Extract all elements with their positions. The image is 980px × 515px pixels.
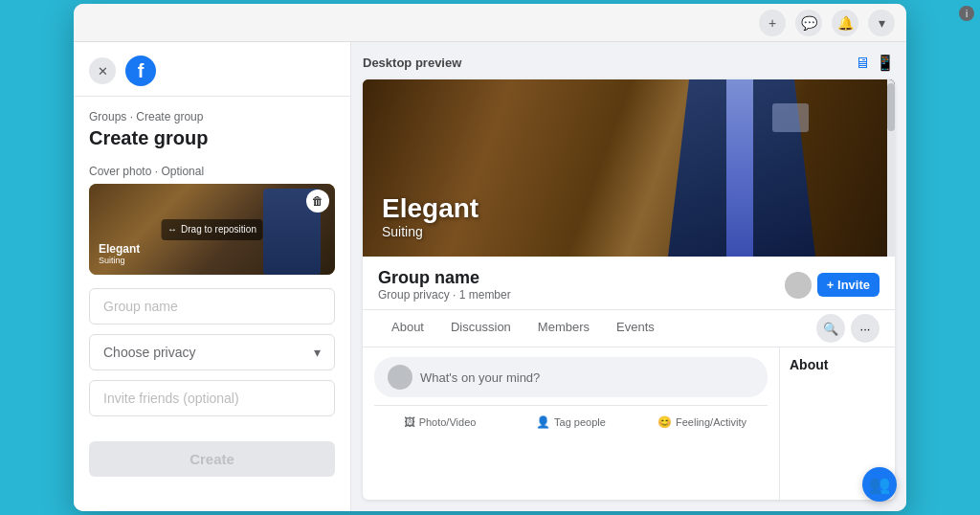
post-actions: 🖼 Photo/Video 👤 Tag people 😊 Feeling/Act… (374, 405, 768, 433)
close-button[interactable]: ✕ (89, 57, 116, 84)
browser-chrome: + 💬 🔔 ▾ (74, 4, 906, 42)
tag-people-action[interactable]: 👤 Tag people (505, 412, 636, 433)
chevron-down-icon: ▾ (314, 345, 321, 360)
avatar (785, 272, 812, 299)
whats-on-mind-text: What's on your mind? (420, 370, 540, 385)
people-button[interactable]: 👥 (862, 467, 897, 502)
preview-box: Elegant Suiting Group name Group privacy… (363, 79, 895, 500)
remove-cover-button[interactable]: 🗑 (306, 190, 329, 213)
page-title: Create group (89, 127, 335, 149)
whats-on-mind[interactable]: What's on your mind? (374, 357, 768, 397)
invite-friends-field[interactable] (89, 380, 335, 416)
tab-members[interactable]: Members (524, 310, 603, 347)
browser-window: + 💬 🔔 ▾ ✕ f Groups · Create group Create… (74, 4, 906, 511)
tag-icon: 👤 (536, 415, 550, 429)
people-icon: 👥 (869, 474, 890, 495)
tab-discussion[interactable]: Discussion (437, 310, 524, 347)
preview-cover: Elegant Suiting (363, 79, 895, 257)
preview-label: Desktop preview (363, 56, 461, 70)
drag-reposition-hint: ↔ Drag to reposition (161, 219, 263, 240)
cover-photo-label: Cover photo · Optional i (89, 165, 335, 178)
desktop-view-button[interactable]: 🖥 (855, 54, 870, 72)
about-title: About (790, 357, 885, 372)
trash-icon: 🗑 (312, 194, 323, 208)
preview-group-actions: + Invite (785, 272, 880, 299)
choose-privacy-field[interactable]: Choose privacy ▾ (89, 334, 335, 370)
close-icon: ✕ (98, 64, 108, 78)
feeling-icon: 😊 (657, 415, 672, 429)
cover-photo-container[interactable]: Elegant Suiting ↔ Drag to reposition 🗑 (89, 184, 335, 275)
user-avatar-icon (388, 365, 412, 390)
new-tab-button[interactable]: + (759, 10, 786, 36)
left-panel-body: Groups · Create group Create group Cover… (74, 97, 350, 511)
group-name-input[interactable] (89, 288, 335, 325)
preview-feed: What's on your mind? 🖼 Photo/Video 👤 Tag… (363, 347, 780, 500)
preview-tabs: About Discussion Members Events 🔍 ··· (363, 310, 895, 347)
tag-label: Tag people (554, 416, 606, 428)
search-tab-button[interactable]: 🔍 (816, 314, 845, 343)
more-tab-button[interactable]: ··· (851, 314, 880, 343)
messenger-button[interactable]: 💬 (795, 10, 822, 36)
preview-group-info: Group name Group privacy · 1 member + In… (363, 257, 895, 310)
tab-about[interactable]: About (378, 310, 437, 347)
preview-icons: 🖥 📱 (855, 54, 895, 72)
cover-photo-section: Cover photo · Optional i Elegant Suiting… (89, 165, 335, 275)
notifications-button[interactable]: 🔔 (832, 10, 858, 36)
content-area: ✕ f Groups · Create group Create group C… (74, 42, 906, 511)
feeling-action[interactable]: 😊 Feeling/Activity (636, 412, 768, 433)
account-menu-button[interactable]: ▾ (868, 10, 895, 36)
tablet-view-button[interactable]: 📱 (876, 54, 895, 72)
feeling-label: Feeling/Activity (676, 416, 746, 428)
cover-text-overlay: Elegant Suiting (99, 242, 140, 265)
preview-group-name: Group name (378, 268, 777, 288)
create-button[interactable]: Create (89, 441, 335, 477)
preview-cover-text: Elegant Suiting (382, 193, 479, 239)
breadcrumb: Groups · Create group (89, 110, 335, 123)
right-panel: Desktop preview 🖥 📱 (351, 42, 906, 511)
preview-header: Desktop preview 🖥 📱 (363, 54, 895, 72)
tab-events[interactable]: Events (603, 310, 668, 347)
preview-body: What's on your mind? 🖼 Photo/Video 👤 Tag… (363, 347, 895, 500)
group-details: Group name Group privacy · 1 member (378, 268, 777, 302)
tab-actions: 🔍 ··· (816, 314, 880, 343)
privacy-select[interactable]: Choose privacy ▾ (89, 334, 335, 370)
preview-group-meta: Group privacy · 1 member (378, 288, 777, 302)
facebook-logo: f (125, 56, 156, 86)
photo-label: Photo/Video (419, 416, 477, 428)
photo-icon: 🖼 (404, 415, 415, 429)
photo-video-action[interactable]: 🖼 Photo/Video (374, 412, 505, 433)
invite-friends-input[interactable] (89, 380, 335, 416)
left-panel: ✕ f Groups · Create group Create group C… (74, 42, 351, 511)
left-panel-header: ✕ f (74, 42, 350, 97)
group-name-field[interactable] (89, 288, 335, 325)
invite-button[interactable]: + Invite (817, 273, 880, 297)
